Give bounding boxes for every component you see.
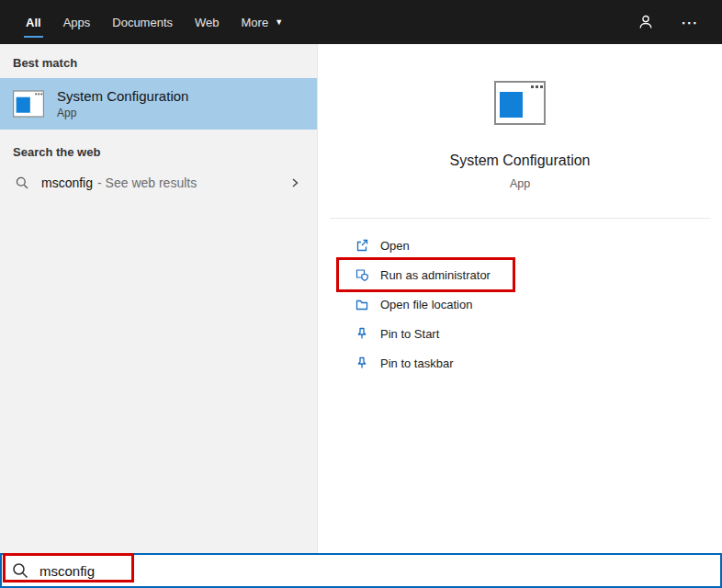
web-query: msconfig — [41, 175, 93, 190]
topbar-actions: ⋯ — [637, 0, 722, 44]
search-topbar: All Apps Documents Web More ▼ ⋯ — [0, 0, 722, 44]
tab-more[interactable]: More ▼ — [231, 0, 295, 44]
preview-divider — [330, 218, 711, 219]
tab-more-label: More — [242, 16, 269, 29]
search-web-header: Search the web — [13, 145, 317, 159]
action-open[interactable]: Open — [355, 231, 722, 260]
action-label: Open file location — [380, 298, 472, 311]
tab-documents[interactable]: Documents — [101, 0, 184, 44]
action-label: Open — [380, 239, 410, 253]
more-options-icon[interactable]: ⋯ — [681, 14, 698, 31]
tab-web[interactable]: Web — [184, 0, 231, 44]
folder-location-icon — [355, 297, 369, 311]
pin-icon — [355, 326, 369, 341]
search-input[interactable] — [39, 563, 711, 579]
pin-icon — [355, 356, 369, 370]
action-label: Run as administrator — [380, 268, 491, 282]
preview-app-title: System Configuration — [450, 153, 591, 169]
web-search-result[interactable]: msconfig- See web results — [0, 166, 317, 199]
tab-apps[interactable]: Apps — [52, 0, 102, 44]
web-result-text: msconfig- See web results — [41, 175, 197, 190]
chevron-down-icon: ▼ — [275, 17, 283, 27]
action-pin-to-start[interactable]: Pin to Start — [355, 319, 722, 348]
action-run-as-administrator[interactable]: Run as administrator — [355, 260, 722, 289]
taskbar-search-box — [0, 553, 722, 588]
open-icon — [355, 238, 369, 253]
search-results-area: Best match System Configuration App Sear… — [0, 44, 722, 553]
search-filter-tabs: All Apps Documents Web More ▼ — [0, 0, 294, 44]
action-label: Pin to taskbar — [380, 356, 454, 370]
best-match-title: System Configuration — [57, 88, 188, 104]
action-list: Open Run as administrator Open file loca… — [318, 231, 722, 378]
action-label: Pin to Start — [380, 327, 439, 341]
preview-panel: System Configuration App Open — [317, 44, 722, 553]
system-configuration-icon-large — [494, 81, 546, 125]
best-match-header: Best match — [13, 56, 317, 70]
windows-search-flyout: All Apps Documents Web More ▼ ⋯ Best mat… — [0, 0, 722, 588]
best-match-text: System Configuration App — [57, 88, 188, 119]
action-pin-to-taskbar[interactable]: Pin to taskbar — [355, 348, 722, 378]
system-configuration-icon — [13, 90, 44, 118]
best-match-result-system-configuration[interactable]: System Configuration App — [0, 78, 317, 130]
tab-all[interactable]: All — [15, 0, 52, 44]
search-icon — [15, 175, 29, 190]
admin-shield-icon — [355, 267, 369, 282]
best-match-subtitle: App — [57, 107, 188, 119]
search-icon — [11, 561, 29, 580]
action-open-file-location[interactable]: Open file location — [355, 289, 722, 319]
user-account-icon[interactable] — [637, 14, 655, 30]
results-panel: Best match System Configuration App Sear… — [0, 44, 317, 553]
web-suffix: - See web results — [97, 175, 197, 190]
preview-app-type: App — [510, 177, 530, 190]
chevron-right-icon — [288, 175, 302, 190]
